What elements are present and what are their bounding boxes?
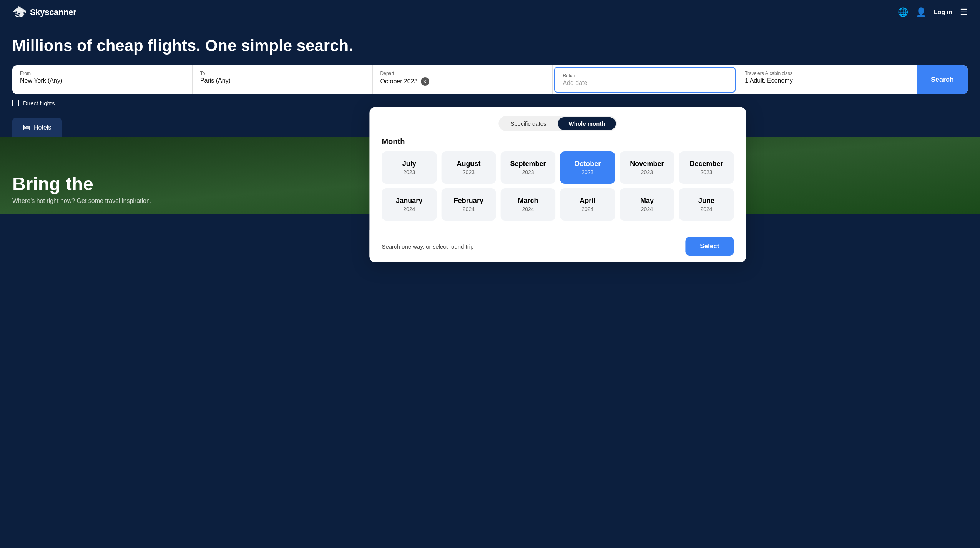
tab-hotels-label: Hotels xyxy=(34,124,51,131)
whole-month-toggle[interactable]: Whole month xyxy=(558,117,616,130)
to-field[interactable]: To Paris (Any) xyxy=(193,65,373,94)
bg-content: Bring the Where's hot right now? Get som… xyxy=(12,173,151,204)
popup-footer: Search one way, or select round trip Sel… xyxy=(369,230,746,262)
month-name: September xyxy=(507,160,550,168)
travelers-value: 1 Adult, Economy xyxy=(745,77,909,84)
footer-hint: Search one way, or select round trip xyxy=(382,243,473,250)
logo-text: Skyscanner xyxy=(30,7,76,17)
month-name: January xyxy=(388,197,430,205)
month-name: July xyxy=(388,160,430,168)
bg-subtitle: Where's hot right now? Get some travel i… xyxy=(12,198,151,204)
month-card-march-2024[interactable]: March2024 xyxy=(501,188,556,221)
month-card-june-2024[interactable]: June2024 xyxy=(679,188,734,221)
month-year: 2023 xyxy=(388,169,430,175)
month-year: 2024 xyxy=(388,206,430,212)
month-card-september-2023[interactable]: September2023 xyxy=(501,151,556,184)
direct-flights-label: Direct flights xyxy=(23,100,55,106)
to-label: To xyxy=(200,71,365,76)
logo[interactable]: Skyscanner xyxy=(12,5,76,19)
direct-flights-checkbox[interactable] xyxy=(12,100,19,106)
month-name: December xyxy=(685,160,728,168)
depart-label: Depart xyxy=(380,71,545,76)
from-value: New York (Any) xyxy=(20,77,184,84)
popup-header: Specific dates Whole month xyxy=(369,107,746,137)
month-card-january-2024[interactable]: January2024 xyxy=(382,188,437,221)
bg-title: Bring the xyxy=(12,173,151,194)
month-year: 2024 xyxy=(566,206,609,212)
date-mode-toggle: Specific dates Whole month xyxy=(498,116,617,131)
depart-value-row: October 2023 ✕ xyxy=(380,77,545,86)
direct-flights-row: Direct flights xyxy=(12,100,968,106)
month-card-may-2024[interactable]: May2024 xyxy=(620,188,674,221)
month-year: 2023 xyxy=(507,169,550,175)
month-name: March xyxy=(507,197,550,205)
month-name: April xyxy=(566,197,609,205)
clear-depart-button[interactable]: ✕ xyxy=(421,77,429,86)
month-year: 2023 xyxy=(626,169,668,175)
depart-value: October 2023 xyxy=(380,78,418,85)
user-icon[interactable]: 👤 xyxy=(916,7,926,17)
month-year: 2023 xyxy=(566,169,609,175)
month-card-december-2023[interactable]: December2023 xyxy=(679,151,734,184)
month-card-november-2023[interactable]: November2023 xyxy=(620,151,674,184)
month-year: 2024 xyxy=(626,206,668,212)
month-card-august-2023[interactable]: August2023 xyxy=(441,151,496,184)
login-button[interactable]: Log in xyxy=(934,9,952,16)
month-name: June xyxy=(685,197,728,205)
hotels-icon: 🛏 xyxy=(23,123,30,131)
logo-icon xyxy=(12,5,26,19)
date-picker-popup: Specific dates Whole month Month July202… xyxy=(369,107,746,262)
from-label: From xyxy=(20,71,184,76)
month-card-april-2024[interactable]: April2024 xyxy=(560,188,615,221)
month-card-october-2023[interactable]: October2023 xyxy=(560,151,615,184)
select-button[interactable]: Select xyxy=(685,237,734,256)
return-field[interactable]: Return Add date xyxy=(554,67,736,93)
month-year: 2023 xyxy=(447,169,490,175)
search-bar: From New York (Any) To Paris (Any) Depar… xyxy=(12,65,968,94)
to-value: Paris (Any) xyxy=(200,77,365,84)
month-name: February xyxy=(447,197,490,205)
month-section-title: Month xyxy=(369,137,746,151)
month-name: November xyxy=(626,160,668,168)
month-name: October xyxy=(566,160,609,168)
header-actions: 🌐 👤 Log in ☰ xyxy=(898,7,968,17)
hero-title: Millions of cheap flights. One simple se… xyxy=(12,37,968,55)
month-grid: July2023August2023September2023October20… xyxy=(369,151,746,230)
tab-hotels[interactable]: 🛏 Hotels xyxy=(12,118,62,137)
depart-field[interactable]: Depart October 2023 ✕ xyxy=(373,65,553,94)
travelers-field[interactable]: Travelers & cabin class 1 Adult, Economy xyxy=(737,65,917,94)
globe-icon[interactable]: 🌐 xyxy=(898,7,908,17)
month-card-february-2024[interactable]: February2024 xyxy=(441,188,496,221)
header: Skyscanner 🌐 👤 Log in ☰ xyxy=(0,0,980,25)
from-field[interactable]: From New York (Any) xyxy=(12,65,193,94)
return-placeholder: Add date xyxy=(563,80,727,86)
return-label: Return xyxy=(563,73,727,78)
month-name: May xyxy=(626,197,668,205)
month-card-july-2023[interactable]: July2023 xyxy=(382,151,437,184)
search-button[interactable]: Search xyxy=(917,65,968,94)
month-year: 2024 xyxy=(507,206,550,212)
menu-icon[interactable]: ☰ xyxy=(960,7,968,17)
month-year: 2024 xyxy=(685,206,728,212)
month-year: 2024 xyxy=(447,206,490,212)
month-name: August xyxy=(447,160,490,168)
month-year: 2023 xyxy=(685,169,728,175)
specific-dates-toggle[interactable]: Specific dates xyxy=(500,117,557,130)
travelers-label: Travelers & cabin class xyxy=(745,71,909,76)
